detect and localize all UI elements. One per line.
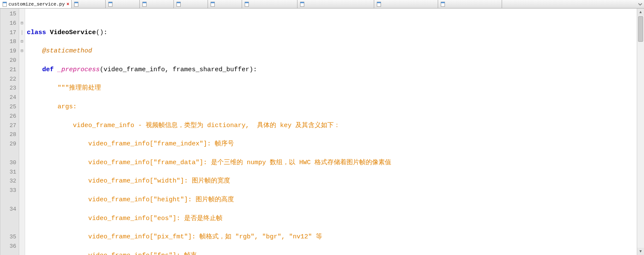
svg-rect-11 [211,2,214,3]
code-content[interactable]: class VideoService(): @staticmethod def … [25,9,637,255]
code-line: args: [27,102,637,112]
code-line: def _preprocess(video_frame_info, frames… [27,65,637,75]
line-number: 23 [2,84,16,93]
line-number: 30 [2,158,16,168]
line-number: 32 [2,177,16,186]
file-icon [210,1,216,7]
tab-other-2[interactable] [106,0,140,8]
code-line: video_frame_info["height"]: 图片帧的高度 [27,195,637,205]
tab-label: customize_service.py [9,2,65,7]
line-number: 21 [2,65,16,75]
svg-rect-19 [441,2,445,3]
tab-other-9[interactable] [438,0,502,8]
code-line: """推理前处理 [27,84,637,93]
tab-other-6[interactable] [242,0,297,8]
svg-rect-5 [108,2,112,3]
tab-close-icon[interactable]: × [66,2,69,7]
code-line: video_frame_info["width"]: 图片帧的宽度 [27,177,637,186]
tab-other-4[interactable] [174,0,208,8]
line-number: 19 [2,46,16,56]
line-number: 34 [2,205,16,232]
svg-rect-7 [142,2,146,3]
line-number: 24 [2,93,16,102]
file-icon [73,1,79,7]
line-number: 18 [2,37,16,46]
fold-toggle[interactable]: ⊟ [19,46,25,56]
tab-other-5[interactable] [208,0,242,8]
code-line: @staticmethod [27,46,637,56]
code-line: video_frame_info["eos"]: 是否是终止帧 [27,214,637,223]
file-icon [2,1,8,7]
code-line: video_frame_info - 视频帧信息，类型为 dictionary,… [27,121,637,130]
code-line: class VideoService(): [27,28,637,38]
tab-other-7[interactable] [297,0,374,8]
file-icon [244,1,250,7]
editor: 15 16 17 18 19 20 21 22 23 24 25 26 27 2… [0,9,644,255]
line-number: 36 [2,242,16,251]
line-number: 17 [2,28,16,38]
tab-other-8[interactable] [374,0,438,8]
scroll-down-button[interactable]: ▼ [637,248,644,255]
scroll-up-button[interactable]: ▲ [637,9,644,16]
file-icon [107,1,113,7]
vertical-scrollbar[interactable]: ▲ ▼ [637,9,644,255]
svg-rect-3 [74,2,78,3]
line-number: 31 [2,168,16,177]
svg-rect-17 [377,2,381,3]
line-number: 16 [2,19,16,28]
line-number: 20 [2,56,16,65]
tab-spacer [502,0,636,8]
file-icon [176,1,182,7]
code-line: video_frame_info["frame_data"]: 是个三维的 nu… [27,158,637,168]
tab-bar: customize_service.py × [0,0,644,9]
line-number-gutter: 15 16 17 18 19 20 21 22 23 24 25 26 27 2… [0,9,19,255]
code-line: video_frame_info["fps"]: 帧率 [27,251,637,255]
tab-other-1[interactable] [72,0,106,8]
line-number: 15 [2,9,16,19]
tab-active[interactable]: customize_service.py × [0,0,72,8]
fold-toggle[interactable]: ⊟ [19,37,25,46]
file-icon [376,1,382,7]
svg-rect-1 [3,2,7,3]
scroll-thumb[interactable] [638,16,643,42]
line-number: 33 [2,186,16,205]
tab-other-3[interactable] [140,0,174,8]
line-number: 26 [2,112,16,121]
chevron-down-icon [638,2,642,6]
line-number: 35 [2,232,16,242]
code-line: video_frame_info["pix_fmt"]: 帧格式，如 "rgb"… [27,232,637,242]
svg-rect-15 [300,2,304,3]
file-icon [142,1,147,7]
fold-gutter: ⊟ │ ⊟ ⊟ [19,9,25,255]
file-icon [299,1,305,7]
line-number: 29 [2,139,16,158]
tab-overflow-button[interactable] [636,0,644,8]
line-number: 22 [2,75,16,84]
code-line: video_frame_info["frame_index"]: 帧序号 [27,139,637,149]
svg-rect-9 [176,2,180,3]
line-number: 25 [2,102,16,112]
line-number: 28 [2,130,16,139]
line-number: 27 [2,121,16,130]
file-icon [440,1,446,7]
fold-toggle[interactable]: ⊟ [19,19,25,28]
svg-rect-13 [245,2,248,3]
fold-line: │ [19,28,25,38]
